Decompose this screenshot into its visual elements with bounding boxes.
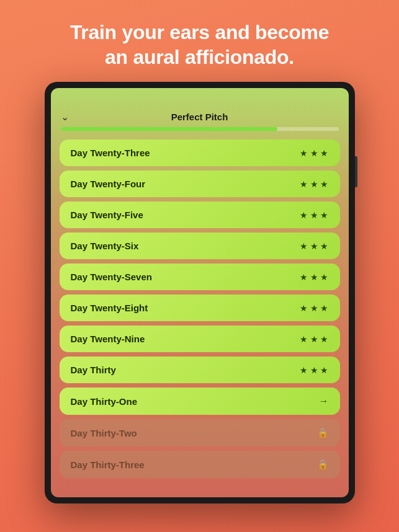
day-label-24: Day Twenty-Four [71,179,146,189]
day-label-28: Day Twenty-Eight [71,303,148,313]
day-item-30[interactable]: Day Thirty★ ★ ★ [60,357,340,383]
day-label-32: Day Thirty-Two [71,428,137,438]
day-label-30: Day Thirty [71,365,116,375]
headline-line2: an aural afficionado. [105,46,294,68]
day-lock-32: 🔒 [317,427,329,438]
day-item-29[interactable]: Day Twenty-Nine★ ★ ★ [60,326,340,352]
day-stars-30: ★ ★ ★ [300,365,329,375]
day-stars-25: ★ ★ ★ [300,210,329,220]
day-item-31[interactable]: Day Thirty-One→ [60,388,340,415]
day-lock-33: 🔒 [317,459,329,470]
status-bar [51,88,349,110]
day-stars-27: ★ ★ ★ [300,272,329,282]
day-label-25: Day Twenty-Five [71,210,143,220]
day-item-28[interactable]: Day Twenty-Eight★ ★ ★ [60,295,340,321]
day-stars-26: ★ ★ ★ [300,241,329,251]
day-label-33: Day Thirty-Three [71,459,145,470]
days-list: Day Twenty-Three★ ★ ★Day Twenty-Four★ ★ … [51,136,349,497]
tablet-frame: ⌄ Perfect Pitch Day Twenty-Three★ ★ ★Day… [45,82,355,503]
day-label-26: Day Twenty-Six [71,241,139,251]
day-stars-24: ★ ★ ★ [300,179,329,189]
day-arrow-31: → [319,396,329,407]
day-item-33[interactable]: Day Thirty-Three🔒 [60,451,340,478]
day-item-27[interactable]: Day Twenty-Seven★ ★ ★ [60,264,340,290]
day-item-26[interactable]: Day Twenty-Six★ ★ ★ [60,233,340,259]
day-label-27: Day Twenty-Seven [71,272,152,282]
day-stars-29: ★ ★ ★ [300,334,329,344]
side-button [355,156,357,187]
day-item-32[interactable]: Day Thirty-Two🔒 [60,419,340,446]
day-label-29: Day Twenty-Nine [71,334,145,344]
day-label-23: Day Twenty-Three [71,148,150,158]
headline-line1: Train your ears and become [70,21,329,43]
day-stars-23: ★ ★ ★ [300,148,329,158]
day-item-25[interactable]: Day Twenty-Five★ ★ ★ [60,202,340,228]
nav-back-button[interactable]: ⌄ [61,111,69,123]
nav-title: Perfect Pitch [171,112,228,122]
progress-bar-container [51,127,349,136]
day-item-24[interactable]: Day Twenty-Four★ ★ ★ [60,171,340,197]
nav-bar: ⌄ Perfect Pitch [51,110,349,127]
day-stars-28: ★ ★ ★ [300,303,329,313]
tablet-screen: ⌄ Perfect Pitch Day Twenty-Three★ ★ ★Day… [51,88,349,497]
day-label-31: Day Thirty-One [71,396,138,407]
day-item-23[interactable]: Day Twenty-Three★ ★ ★ [60,140,340,166]
progress-bar-fill [61,127,277,131]
app-headline: Train your ears and become an aural affi… [45,0,354,82]
progress-bar-background [61,127,339,131]
